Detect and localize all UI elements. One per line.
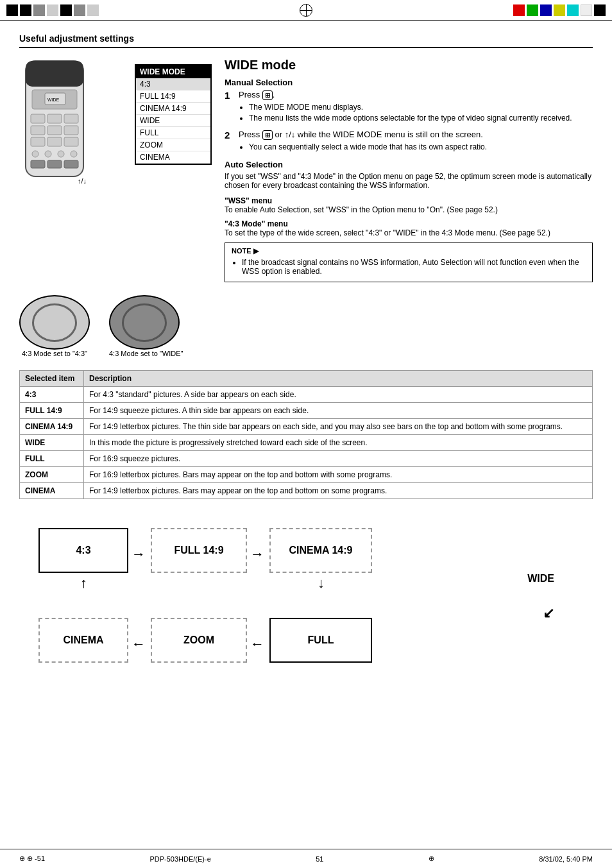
- table-cell-full-desc: For 16:9 squeeze pictures.: [84, 451, 593, 467]
- note-box: NOTE ▶ If the broadcast signal contains …: [225, 243, 593, 282]
- svg-rect-18: [31, 160, 45, 168]
- step-1-bullet-1: The WIDE MODE menu displays.: [249, 103, 572, 112]
- flow-diagram: 4:3 → FULL 14:9 → CINEMA 14:9 ↓ WIDE ↑ C…: [19, 515, 593, 695]
- bar-green: [527, 4, 538, 16]
- flow-arrow-zoom-cinema: ←: [132, 636, 146, 652]
- table-cell-cinema149-desc: For 14:9 letterbox pictures. The thin si…: [84, 419, 593, 435]
- svg-rect-20: [64, 160, 78, 168]
- page-indicator-icon: ⊕: [19, 855, 25, 862]
- flow-arrow-43-full: →: [132, 546, 146, 563]
- svg-rect-9: [47, 126, 62, 135]
- table-row: FULL For 16:9 squeeze pictures.: [20, 451, 593, 467]
- bar-cyan: [567, 4, 579, 16]
- svg-rect-6: [47, 114, 62, 123]
- svg-point-14: [32, 151, 38, 157]
- flow-box-full149: FULL 14:9: [151, 528, 247, 573]
- description-table: Selected item Description 4:3 For 4:3 "s…: [19, 370, 593, 499]
- flow-label-wide: WIDE: [527, 573, 554, 584]
- step-1-bullets: The WIDE MODE menu displays. The menu li…: [239, 103, 572, 123]
- image-wide-caption: 4:3 Mode set to "WIDE": [109, 350, 183, 357]
- svg-rect-13: [64, 137, 78, 146]
- svg-point-16: [58, 151, 64, 157]
- wide-mode-icon-2: ⊞: [262, 130, 273, 140]
- flow-box-zoom: ZOOM: [151, 618, 247, 663]
- menu-item-cinema149: CINEMA 14:9: [136, 103, 210, 115]
- wide-mode-menu-box: WIDE MODE 4:3 FULL 14:9 CINEMA 14:9 WIDE…: [135, 64, 212, 282]
- step-2-text: Press ⊞ or ↑/↓ while the WIDE MODE menu …: [239, 130, 483, 139]
- crosshair-center: [99, 4, 513, 17]
- step-2-content: Press ⊞ or ↑/↓ while the WIDE MODE menu …: [239, 130, 487, 153]
- svg-rect-11: [31, 137, 45, 146]
- menu-item-43: 4:3: [136, 78, 210, 90]
- svg-point-15: [45, 151, 51, 157]
- mode-menu-text: To set the type of the wide screen, sele…: [225, 228, 593, 237]
- image-43-caption: 4:3 Mode set to "4:3": [19, 350, 90, 357]
- bar-red: [513, 4, 525, 16]
- auto-selection-heading: Auto Selection: [225, 160, 593, 169]
- flow-label-zoom: ZOOM: [183, 634, 214, 646]
- flow-box-43: 4:3: [38, 528, 128, 573]
- image-wide-mode: 4:3 Mode set to "WIDE": [109, 295, 183, 357]
- step-1-num: 1: [225, 90, 235, 124]
- step-2: 2 Press ⊞ or ↑/↓ while the WIDE MODE men…: [225, 130, 593, 153]
- table-row: ZOOM For 16:9 letterbox pictures. Bars m…: [20, 467, 593, 483]
- image-43-mode: 4:3 Mode set to "4:3": [19, 295, 90, 357]
- flow-box-full: FULL: [269, 618, 372, 663]
- bottom-bar: ⊕ ⊕ -51 PDP-503HDE/(E)-e 51 ⊕ 8/31/02, 5…: [0, 849, 612, 868]
- instructions-area: WIDE mode Manual Selection 1 Press ⊞. Th…: [225, 58, 593, 282]
- table-cell-zoom-item: ZOOM: [20, 467, 84, 483]
- image-wide-placeholder: [109, 295, 180, 350]
- table-cell-full-item: FULL: [20, 451, 84, 467]
- flow-box-cinema: CINEMA: [38, 618, 128, 663]
- image-wide-inner: [122, 303, 167, 342]
- svg-rect-19: [47, 160, 62, 168]
- svg-point-17: [71, 151, 77, 157]
- bar-block-1: [6, 4, 18, 16]
- section-title: Useful adjustment settings: [19, 33, 593, 48]
- flow-label-full149: FULL 14:9: [174, 545, 223, 556]
- page-num-left: ⊕ -51: [27, 855, 45, 862]
- top-bar-right-blocks: [513, 4, 606, 16]
- menu-box-title: WIDE MODE: [136, 65, 210, 78]
- auto-selection-text: If you set "WSS" and "4:3 Mode" in the O…: [225, 172, 593, 190]
- updown-arrow-label: ↑/↓: [78, 177, 87, 185]
- svg-rect-12: [47, 137, 62, 146]
- flow-label-cinema149: CINEMA 14:9: [289, 545, 353, 556]
- step-1-content: Press ⊞. The WIDE MODE menu displays. Th…: [239, 90, 572, 124]
- wss-menu-heading: "WSS" menu: [225, 196, 593, 205]
- bar-block-3: [33, 4, 45, 16]
- table-row: FULL 14:9 For 14:9 squeeze pictures. A t…: [20, 403, 593, 419]
- remote-area: WIDE: [19, 58, 122, 282]
- footer-model: PDP-503HDE/(E)-e: [149, 855, 210, 863]
- images-row: 4:3 Mode set to "4:3" 4:3 Mode set to "W…: [19, 295, 593, 357]
- table-cell-zoom-desc: For 16:9 letterbox pictures. Bars may ap…: [84, 467, 593, 483]
- table-row: 4:3 For 4:3 "standard" pictures. A side …: [20, 387, 593, 403]
- wss-menu-text: To enable Auto Selection, set "WSS" in t…: [225, 205, 593, 214]
- flow-arrow-cinema-down: ↓: [318, 575, 325, 591]
- note-text: If the broadcast signal contains no WSS …: [242, 258, 586, 276]
- flow-label-cinema: CINEMA: [63, 634, 103, 646]
- wide-mode-icon-1: ⊞: [262, 90, 273, 100]
- table-row: CINEMA 14:9 For 14:9 letterbox pictures.…: [20, 419, 593, 435]
- table-header-desc: Description: [84, 371, 593, 387]
- svg-rect-10: [64, 126, 78, 135]
- menu-item-wide: WIDE: [136, 115, 210, 127]
- table-header-item: Selected item: [20, 371, 84, 387]
- note-title: NOTE ▶: [232, 247, 586, 255]
- bar-block-6: [74, 4, 85, 16]
- table-cell-full149-desc: For 14:9 squeeze pictures. A thin side b…: [84, 403, 593, 419]
- bar-block-7: [87, 4, 99, 16]
- top-bar: [0, 0, 612, 21]
- svg-rect-1: [26, 61, 83, 87]
- svg-rect-8: [31, 126, 45, 135]
- table-cell-cinema-desc: For 14:9 letterbox pictures. Bars may ap…: [84, 483, 593, 499]
- bar-yellow: [554, 4, 565, 16]
- menu-item-full: FULL: [136, 127, 210, 139]
- menu-item-cinema: CINEMA: [136, 151, 210, 164]
- image-43-inner: [32, 303, 77, 342]
- table-row: CINEMA For 14:9 letterbox pictures. Bars…: [20, 483, 593, 499]
- footer-page: 51: [316, 855, 323, 863]
- table-cell-wide-desc: In this mode the picture is progressivel…: [84, 435, 593, 451]
- flow-arrow-wide-full: ↙: [543, 605, 554, 622]
- flow-label-full: FULL: [308, 634, 334, 646]
